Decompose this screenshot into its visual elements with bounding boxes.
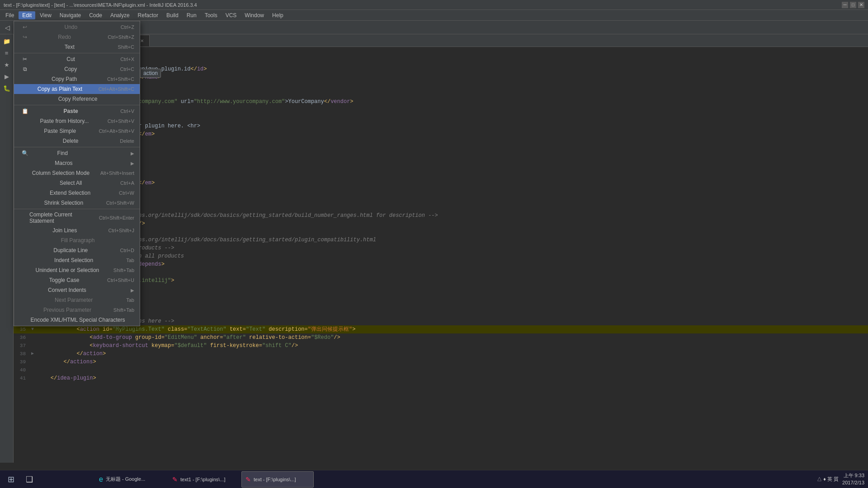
menu-item-copy-path[interactable]: Copy Path Ctrl+Shift+C <box>14 74 140 84</box>
line-row: 28 <box>14 268 868 277</box>
toggle-case-shortcut: Ctrl+Shift+U <box>107 277 134 283</box>
paste-shortcut: Ctrl+V <box>120 108 134 114</box>
menu-help[interactable]: Help <box>269 11 287 19</box>
line-row: 6 <box>14 89 868 98</box>
minimize-button[interactable]: ─ <box>842 2 848 8</box>
system-clock[interactable]: 上午 9:33 2017/2/13 <box>842 472 864 486</box>
column-sel-shortcut: Alt+Shift+Insert <box>100 170 134 176</box>
menu-vcs[interactable]: VCS <box>222 11 241 19</box>
copy-ref-label: Copy Reference <box>58 96 98 102</box>
menu-item-shrink-selection[interactable]: Shrink Selection Ctrl+Shift+W <box>14 198 140 208</box>
menu-run[interactable]: Run <box>183 11 200 19</box>
line-row: 13 <box>14 146 868 155</box>
menu-analyze[interactable]: Analyze <box>107 11 133 19</box>
menu-item-encode-xml[interactable]: Encode XML/HTML Special Characters <box>14 315 140 325</box>
menu-item-macros[interactable]: Macros ▶ <box>14 158 140 168</box>
menu-item-indent-selection[interactable]: Indent Selection Tab <box>14 255 140 265</box>
line-row: 31 </extensions> <box>14 293 868 301</box>
maximize-button[interactable]: □ <box>850 2 856 8</box>
idea1-icon: ✎ <box>172 476 178 483</box>
menu-window[interactable]: Window <box>241 11 268 19</box>
menu-item-cut[interactable]: ✂ Cut Ctrl+X <box>14 54 140 64</box>
menu-item-prev-param[interactable]: Previous Parameter Shift+Tab <box>14 305 140 315</box>
taskbar-item-browser[interactable]: e 无标题 - Google... <box>95 471 167 488</box>
browser-icon: e <box>99 475 103 483</box>
menu-view[interactable]: View <box>36 11 55 19</box>
indent-sel-shortcut: Tab <box>126 258 134 263</box>
menu-item-fill-paragraph[interactable]: Fill Paragraph <box>14 235 140 245</box>
menu-item-redo[interactable]: ↪ Redo Ctrl+Shift+Z <box>14 32 140 42</box>
cut-shortcut: Ctrl+X <box>120 56 134 62</box>
line-row: 2 ▼ ns="2"> <box>14 57 868 65</box>
find-label: Find <box>57 150 68 156</box>
menu-item-find[interactable]: 🔍 Find ▶ <box>14 148 140 158</box>
clock-time: 上午 9:33 <box>842 472 864 479</box>
complete-stmt-label: Complete Current Statement <box>29 211 90 224</box>
structure-icon[interactable]: ≡ <box>2 48 12 58</box>
line-row: 34 <!-- Add your actions here --> <box>14 317 868 325</box>
menu-item-join-lines[interactable]: Join Lines Ctrl+Shift+J <box>14 225 140 235</box>
menu-item-duplicate-line[interactable]: Duplicate Line Ctrl+D <box>14 245 140 255</box>
line-row: 8 <box>14 106 868 114</box>
run-panel-icon[interactable]: ▶ <box>2 71 12 81</box>
menu-item-column-selection[interactable]: Column Selection Mode Alt+Shift+Insert <box>14 168 140 178</box>
line-row: 11 ML tags may be used</em> <box>14 130 868 138</box>
menu-item-select-all[interactable]: Select All Ctrl+A <box>14 178 140 188</box>
favorites-icon[interactable]: ★ <box>2 60 12 70</box>
menu-item-delete[interactable]: Delete Delete <box>14 136 140 146</box>
extend-sel-label: Extend Selection <box>50 190 90 196</box>
taskbar-item-cortana[interactable]: ❑ <box>22 471 94 488</box>
menu-item-copy-plain-text[interactable]: Copy as Plain Text Ctrl+Alt+Shift+C <box>14 84 140 94</box>
shrink-sel-label: Shrink Selection <box>44 200 83 206</box>
menu-build[interactable]: Build <box>163 11 182 19</box>
close-button[interactable]: ✕ <box>858 2 864 8</box>
menu-item-next-param[interactable]: Next Parameter Tab <box>14 295 140 305</box>
menu-tools[interactable]: Tools <box>201 11 221 19</box>
menu-edit[interactable]: Edit <box>19 11 35 19</box>
title-text: text - [F:\plugins\text] - [text] - ...\… <box>4 2 197 8</box>
browser-label: 无标题 - Google... <box>106 476 145 483</box>
tab-close-2[interactable]: ✕ <box>140 38 144 43</box>
shrink-sel-shortcut: Ctrl+Shift+W <box>106 200 134 206</box>
menu-item-paste-simple[interactable]: Paste Simple Ctrl+Alt+Shift+V <box>14 126 140 136</box>
project-icon[interactable]: 📁 <box>2 36 12 46</box>
menu-item-copy[interactable]: ⧉ Copy Ctrl+C <box>14 64 140 74</box>
menu-item-unindent[interactable]: Unindent Line or Selection Shift+Tab <box>14 265 140 275</box>
back-button[interactable]: ◁ <box>2 22 13 33</box>
menu-divider-3 <box>14 147 140 147</box>
taskbar-item-idea1[interactable]: ✎ text1 - [F:\plugins\...] <box>168 471 241 488</box>
menu-item-text[interactable]: Text Shift+C <box>14 42 140 52</box>
menu-navigate[interactable]: Navigate <box>56 11 85 19</box>
undo-label: Undo <box>65 24 78 30</box>
redo-label: Redo <box>58 34 71 40</box>
paste-history-shortcut: Ctrl+Shift+V <box>108 118 134 124</box>
menu-item-undo[interactable]: ↩ Undo Ctrl+Z <box>14 22 140 32</box>
toggle-case-label: Toggle Case <box>49 277 80 283</box>
menu-item-extend-selection[interactable]: Extend Selection Ctrl+W <box>14 188 140 198</box>
menu-item-copy-ref[interactable]: Copy Reference <box>14 94 140 104</box>
taskbar-item-idea2[interactable]: ✎ text - [F:\plugins\...] <box>241 471 314 488</box>
title-bar: text - [F:\plugins\text] - [text] - ...\… <box>0 0 868 10</box>
menu-code[interactable]: Code <box>85 11 106 19</box>
dup-line-shortcut: Ctrl+D <box>120 248 134 253</box>
menu-item-toggle-case[interactable]: Toggle Case Ctrl+Shift+U <box>14 275 140 285</box>
line-row: 26 to enable plugin in all products <box>14 252 868 260</box>
menu-item-convert-indents[interactable]: Convert Indents ▶ <box>14 285 140 295</box>
select-all-label: Select All <box>60 180 82 186</box>
debug-panel-icon[interactable]: 🐛 <box>2 83 12 93</box>
line-row: 27 intellij.modules.lang</depends> <box>14 260 868 268</box>
menu-item-paste-history[interactable]: Paste from History... Ctrl+Shift+V <box>14 116 140 126</box>
editor-content[interactable]: 2 ▼ ns="2"> 3 com.your.company.unique.pl… <box>14 47 868 384</box>
convert-indents-arrow: ▶ <box>131 288 134 293</box>
find-arrow: ▶ <box>131 151 134 156</box>
menu-refactor[interactable]: Refactor <box>134 11 162 19</box>
windows-start-button[interactable]: ⊞ <box>2 471 20 488</box>
menu-item-complete-statement[interactable]: Complete Current Statement Ctrl+Shift+En… <box>14 210 140 225</box>
find-icon: 🔍 <box>21 150 28 156</box>
convert-indents-label: Convert Indents <box>48 287 86 293</box>
line-row: 20 <box>14 203 868 211</box>
column-sel-label: Column Selection Mode <box>32 170 90 176</box>
line-row: 15 ><![CDATA[ <box>14 163 868 171</box>
menu-file[interactable]: File <box>2 11 18 19</box>
menu-item-paste[interactable]: 📋 Paste Ctrl+V <box>14 106 140 116</box>
